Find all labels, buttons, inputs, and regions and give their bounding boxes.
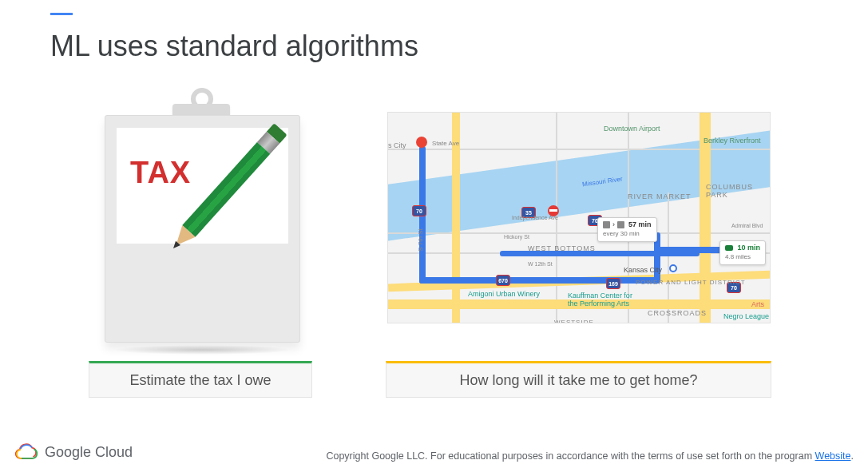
left-caption: Estimate the tax I owe bbox=[89, 361, 312, 398]
map-street-label: S 7th St bbox=[417, 228, 424, 251]
bus-icon bbox=[617, 221, 624, 228]
transit-time-box: › 57 min every 30 min bbox=[597, 217, 657, 242]
map-street-label: W 12th St bbox=[528, 261, 553, 267]
cloud-icon bbox=[14, 442, 38, 462]
map-label-street: State Ave bbox=[432, 140, 459, 147]
map-area-label: Berkley Riverfront bbox=[704, 137, 761, 145]
map-area-label: CROSSROADS bbox=[648, 309, 707, 317]
map-street bbox=[388, 232, 771, 234]
origin-pin-icon bbox=[416, 137, 427, 148]
map-area-label: WEST BOTTOMS bbox=[528, 244, 596, 252]
tax-illustration: TAX bbox=[89, 88, 312, 343]
copyright-line: Copyright Google LLC. For educational pu… bbox=[326, 450, 854, 462]
bus-icon bbox=[603, 221, 610, 228]
map-illustration: 70 670 35 70 70 169 s City State Ave Kan… bbox=[387, 112, 771, 323]
map-street-label: Hickory St bbox=[504, 234, 529, 240]
title-accent-bar bbox=[50, 13, 73, 15]
right-caption-text: How long will it take me to get home? bbox=[459, 372, 697, 389]
drive-distance: 4.8 miles bbox=[725, 253, 751, 260]
route-segment bbox=[419, 277, 659, 284]
slide-footer: Google Cloud Copyright Google LLC. For e… bbox=[14, 442, 854, 462]
map-area-label: Negro League bbox=[723, 312, 769, 320]
map-street-label: Admiral Blvd bbox=[731, 223, 763, 228]
slide-title: ML uses standard algorithms bbox=[50, 30, 418, 63]
copyright-period: . bbox=[851, 450, 854, 462]
map-canvas: 70 670 35 70 70 169 s City State Ave Kan… bbox=[387, 112, 771, 323]
car-icon bbox=[725, 245, 733, 251]
google-cloud-text: Google Cloud bbox=[45, 444, 133, 461]
map-label-origin: s City bbox=[388, 141, 406, 149]
map-area-label: Arts bbox=[751, 300, 764, 308]
map-area-label: COLUMBUS PARK bbox=[706, 183, 770, 199]
map-area-label: Downtown Airport bbox=[604, 125, 660, 133]
transit-frequency: every 30 min bbox=[603, 230, 640, 237]
map-area-label: RIVER MARKET bbox=[628, 192, 692, 200]
right-caption: How long will it take me to get home? bbox=[386, 361, 771, 398]
transit-time: 57 min bbox=[628, 220, 652, 228]
map-label-destination: Kansas City bbox=[624, 266, 662, 274]
drive-time-box: 10 min 4.8 miles bbox=[719, 240, 766, 265]
destination-dot-icon bbox=[669, 264, 677, 272]
drive-time: 10 min bbox=[738, 244, 761, 252]
google-cloud-logo: Google Cloud bbox=[14, 442, 133, 462]
interstate-shield-icon: 670 bbox=[496, 275, 510, 286]
map-street bbox=[388, 149, 771, 150]
left-caption-text: Estimate the tax I owe bbox=[129, 372, 271, 389]
interstate-shield-icon: 70 bbox=[412, 205, 426, 216]
website-link[interactable]: Website bbox=[815, 450, 851, 462]
slide: ML uses standard algorithms TAX Estimate… bbox=[0, 0, 868, 476]
map-poi-label: Kauffman Center for the Performing Arts bbox=[568, 292, 644, 307]
map-area-label: POWER AND LIGHT DISTRICT bbox=[636, 279, 746, 286]
copyright-text: Copyright Google LLC. For educational pu… bbox=[326, 450, 814, 462]
clipboard-shadow bbox=[113, 345, 292, 355]
interstate-shield-icon: 169 bbox=[606, 278, 620, 289]
map-street-label: Independence Ave bbox=[512, 215, 558, 220]
map-area-label: WESTSIDE bbox=[554, 319, 594, 323]
map-poi-label: Amigoni Urban Winery bbox=[468, 290, 540, 298]
